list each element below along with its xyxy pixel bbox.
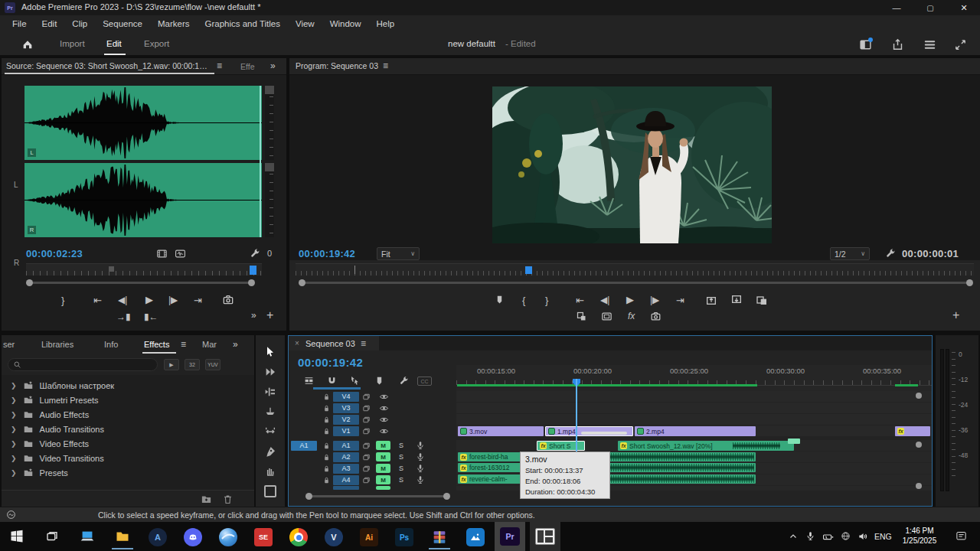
timeline-ruler[interactable]: 00:00:15:00 00:00:20:00 00:00:25:00 00:0… — [456, 365, 932, 391]
clip-short-swoosh-wav[interactable]: fxShort Swoosh_12.wav [20%] — [618, 441, 794, 451]
program-tab[interactable]: Program: Sequence 03 — [296, 61, 378, 70]
export-frame-icon[interactable] — [222, 294, 234, 306]
track-visibility-eye-icon[interactable] — [379, 392, 389, 402]
menu-item-clip[interactable]: Clip — [64, 19, 95, 28]
app-icon-a[interactable]: A — [149, 528, 167, 546]
program-zoom-handle-left[interactable] — [299, 279, 305, 286]
lock-icon[interactable] — [322, 393, 331, 401]
source-playhead[interactable] — [260, 86, 261, 237]
sync-lock-icon[interactable] — [362, 476, 371, 484]
waveform-right-channel[interactable]: R — [24, 163, 262, 237]
program-play-button[interactable]: ▶ — [626, 295, 634, 305]
workspace-tab-edit[interactable]: Edit — [106, 39, 122, 48]
vertical-scroll-handle[interactable] — [916, 483, 922, 489]
tray-mic-icon[interactable] — [805, 531, 815, 541]
lock-icon[interactable] — [322, 476, 331, 484]
level-scale-left[interactable] — [265, 86, 274, 160]
playback-resolution-dropdown[interactable]: 1/2∨ — [830, 247, 870, 260]
timeline-settings-wrench-icon[interactable] — [399, 376, 409, 386]
overwrite-button[interactable]: ▮← — [144, 312, 158, 321]
clip-1mp4-selected[interactable]: 1.mp4 — [545, 426, 633, 436]
export-frame-icon[interactable] — [650, 311, 662, 322]
track-lane-v4[interactable] — [456, 391, 932, 402]
close-button[interactable]: ✕ — [952, 0, 975, 15]
lock-icon[interactable] — [322, 465, 331, 473]
voiceover-mic-icon[interactable] — [416, 452, 425, 461]
laptop-app-icon[interactable] — [79, 528, 96, 545]
zoom-handle-right[interactable] — [443, 493, 450, 500]
waveform-left-channel[interactable]: L — [24, 86, 262, 160]
lock-icon[interactable] — [322, 416, 331, 424]
go-to-in-button[interactable]: ⇤ — [576, 295, 584, 305]
tab-markers-partial[interactable]: Mar — [202, 340, 217, 349]
go-to-out-button[interactable]: ⇥ — [676, 295, 684, 305]
lock-icon[interactable] — [322, 442, 331, 450]
close-tab-icon[interactable]: × — [295, 339, 299, 347]
folder-row[interactable]: ❯ Audio Effects — [2, 407, 254, 422]
sync-lock-icon[interactable] — [362, 404, 371, 412]
track-lane-v3[interactable] — [456, 403, 932, 413]
quick-export-menu-icon[interactable] — [923, 38, 936, 51]
sync-lock-icon[interactable] — [362, 393, 371, 401]
track-lane-v2[interactable] — [456, 414, 932, 425]
window-preview-slot[interactable] — [530, 522, 560, 551]
photoshop-icon[interactable]: Ps — [395, 528, 413, 546]
tray-speaker-icon[interactable] — [858, 531, 868, 542]
track-visibility-eye-icon[interactable] — [379, 403, 389, 413]
track-name-a4[interactable]: A4 — [333, 475, 359, 485]
program-timecode[interactable]: 00:00:19:42 — [299, 248, 355, 259]
pen-tool-icon[interactable] — [264, 445, 276, 458]
mark-in-button[interactable]: { — [522, 295, 525, 305]
track-select-forward-tool-icon[interactable] — [264, 366, 276, 378]
source-zoom-handle-right[interactable] — [248, 279, 255, 286]
maximize-button[interactable]: ▢ — [919, 0, 942, 15]
add-marker-icon[interactable] — [374, 376, 384, 386]
timeline-panel-menu-icon[interactable]: ≡ — [361, 339, 366, 348]
effects-search-input[interactable] — [8, 358, 158, 371]
fullscreen-icon[interactable] — [954, 38, 967, 51]
step-back-button[interactable]: ◀| — [600, 295, 609, 305]
header-scroll-thumb[interactable] — [313, 387, 361, 390]
track-name-v2[interactable]: V2 — [333, 415, 359, 425]
mute-button[interactable]: M — [376, 452, 390, 461]
program-zoom-handle-right[interactable] — [966, 279, 973, 286]
chevron-right-icon[interactable]: ❯ — [11, 455, 17, 462]
clock[interactable]: 1:46 PM 1/25/2025 — [896, 526, 943, 546]
folder-label[interactable]: Video Transitions — [40, 454, 104, 463]
lock-icon[interactable] — [322, 427, 331, 435]
tray-battery-icon[interactable] — [822, 531, 834, 543]
window-preview-icon[interactable] — [535, 528, 555, 545]
folder-label[interactable]: Lumetri Presets — [40, 396, 99, 405]
program-panel-menu-icon[interactable]: ≡ — [383, 61, 388, 70]
menu-item-view[interactable]: View — [288, 19, 322, 28]
safe-margins-icon[interactable] — [601, 311, 612, 322]
ripple-edit-tool-icon[interactable] — [264, 386, 276, 398]
extract-icon[interactable] — [730, 294, 743, 306]
tab-info[interactable]: Info — [104, 340, 118, 349]
notification-center-icon[interactable] — [956, 530, 967, 542]
effect-controls-tab[interactable]: Effe — [240, 62, 255, 71]
clip-3mov[interactable]: 3.mov — [458, 426, 544, 436]
menu-item-help[interactable]: Help — [369, 19, 403, 28]
voiceover-mic-icon[interactable] — [416, 475, 425, 484]
folder-row[interactable]: ❯ Video Transitions — [2, 451, 254, 465]
folder-row[interactable]: ❯ Presets — [2, 465, 254, 480]
program-button-editor-add-icon[interactable]: + — [952, 309, 959, 321]
mute-button[interactable]: M — [376, 441, 390, 450]
app-icon-v[interactable]: V — [325, 528, 343, 546]
rectangle-tool-icon[interactable] — [264, 485, 276, 497]
go-to-in-button[interactable]: ⇤ — [93, 295, 102, 305]
vertical-scroll-handle[interactable] — [916, 442, 922, 448]
sync-lock-icon[interactable] — [362, 416, 371, 424]
sequence-tab-title[interactable]: Sequence 03 — [305, 339, 355, 348]
sync-lock-icon[interactable] — [362, 427, 371, 435]
track-name-a3[interactable]: A3 — [333, 464, 359, 474]
program-ruler-playhead[interactable] — [525, 266, 532, 274]
drag-audio-only-icon[interactable] — [175, 248, 186, 259]
step-forward-button[interactable]: |▶ — [650, 295, 659, 305]
folder-label[interactable]: Audio Transitions — [40, 425, 104, 434]
lift-icon[interactable] — [705, 294, 717, 306]
go-to-out-button[interactable]: ⇥ — [194, 295, 202, 305]
folder-row[interactable]: ❯ Audio Transitions — [2, 422, 254, 436]
program-zoom-bar[interactable] — [303, 282, 971, 284]
